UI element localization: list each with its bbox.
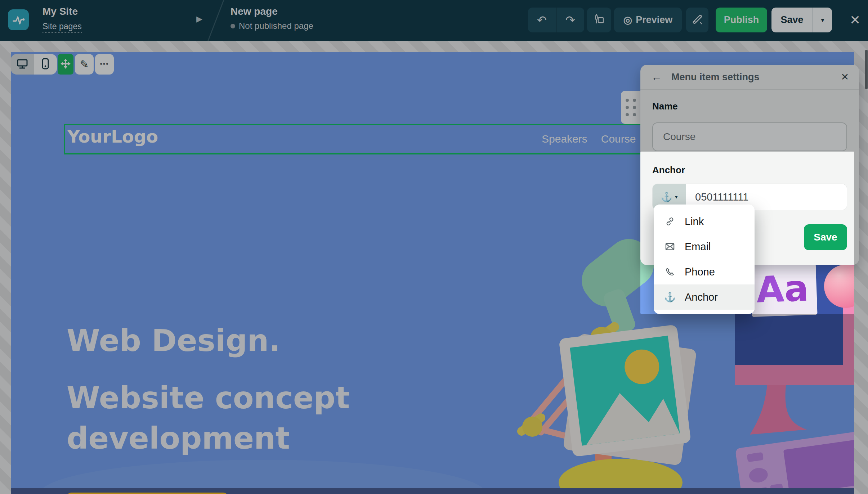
desktop-icon xyxy=(16,58,28,71)
editor-topbar: My Site Site pages ▶ New page Not publis… xyxy=(0,0,868,41)
move-icon xyxy=(60,58,71,71)
link-type-dropdown: Link Email Phone ⚓ Anchor xyxy=(654,205,755,314)
page-status: Not published page xyxy=(231,21,313,31)
scrollbar-thumb[interactable] xyxy=(865,50,868,89)
undo-button[interactable]: ↶ xyxy=(528,8,556,32)
dropdown-item-label: Email xyxy=(685,241,711,253)
site-pages-link[interactable]: Site pages xyxy=(42,22,82,33)
site-name: My Site xyxy=(42,6,78,17)
page-title: New page xyxy=(231,6,278,17)
panel-title: Menu item settings xyxy=(671,72,760,83)
email-icon xyxy=(665,242,675,252)
mobile-view-button[interactable] xyxy=(34,54,57,75)
site-logo-text: YourLogo xyxy=(67,126,158,147)
panel-save-button[interactable]: Save xyxy=(804,224,847,250)
preview-button[interactable]: ◎ Preview xyxy=(614,8,682,32)
link-icon xyxy=(665,216,675,226)
svg-text:Aa: Aa xyxy=(756,267,809,311)
back-arrow-icon[interactable]: ← xyxy=(651,71,662,83)
app-logo[interactable] xyxy=(8,9,29,30)
hero-subtitle: Website concept development xyxy=(67,378,391,458)
dropdown-item-label: Phone xyxy=(685,266,715,278)
aa-card: Aa xyxy=(750,260,817,317)
copy-style-button[interactable] xyxy=(587,8,611,32)
breadcrumb-chevron-icon: ▶ xyxy=(196,14,202,24)
ellipsis-icon: ••• xyxy=(100,60,109,68)
device-toggle[interactable] xyxy=(11,54,57,75)
panel-header: ← Menu item settings ✕ xyxy=(640,65,859,89)
save-split-button: Save ▾ xyxy=(771,8,832,32)
panel-close-icon[interactable]: ✕ xyxy=(841,71,849,83)
status-dot xyxy=(231,24,235,28)
preview-icon: ◎ xyxy=(623,14,632,26)
dropdown-item-phone[interactable]: Phone xyxy=(654,259,755,284)
more-options-button[interactable]: ••• xyxy=(95,54,114,75)
brush-copy-icon xyxy=(593,13,605,27)
editor-screen: Aa YourLogo Speakers Course Program xyxy=(0,0,868,494)
chevron-down-icon: ▾ xyxy=(675,194,678,200)
anchor-icon: ⚓ xyxy=(661,192,672,203)
pencil-icon: ✎ xyxy=(80,58,89,71)
photo-stack xyxy=(559,324,697,466)
design-tools-button[interactable] xyxy=(686,8,708,32)
name-label: Name xyxy=(652,101,678,112)
pulse-icon xyxy=(10,12,26,28)
mobile-icon xyxy=(41,58,49,71)
redo-button[interactable]: ↷ xyxy=(556,8,584,32)
edit-widget-button[interactable]: ✎ xyxy=(75,54,94,75)
dropdown-item-link[interactable]: Link xyxy=(654,209,755,234)
phone-icon xyxy=(665,267,675,277)
history-group: ↶ ↷ xyxy=(528,8,584,32)
hero-title: Web Design. xyxy=(67,323,280,358)
desktop-view-button[interactable] xyxy=(11,54,34,75)
dropdown-item-label: Link xyxy=(685,216,704,228)
topbar-divider xyxy=(207,0,224,41)
editor-close-button[interactable]: ✕ xyxy=(846,8,864,32)
dropdown-item-email[interactable]: Email xyxy=(654,234,755,259)
anchor-label: Anchor xyxy=(652,165,685,176)
save-dropdown-button[interactable]: ▾ xyxy=(813,16,832,24)
graphics-tablet xyxy=(731,430,854,494)
save-button[interactable]: Save xyxy=(771,14,813,26)
pencil-ruler-icon xyxy=(691,13,703,27)
status-text: Not published page xyxy=(239,21,313,31)
dropdown-item-anchor[interactable]: ⚓ Anchor xyxy=(654,284,755,310)
panel-divider xyxy=(640,89,859,90)
nav-item-speakers[interactable]: Speakers xyxy=(542,133,587,145)
anchor-icon: ⚓ xyxy=(665,292,675,303)
nav-item-course[interactable]: Course xyxy=(601,133,636,145)
publish-button[interactable]: Publish xyxy=(716,8,767,32)
preview-label: Preview xyxy=(636,14,672,26)
signup-cta-button[interactable]: Sign up for the course xyxy=(66,493,229,494)
drag-dots-icon xyxy=(626,99,636,116)
drag-handle[interactable] xyxy=(621,91,640,124)
move-widget-button[interactable] xyxy=(58,54,73,75)
name-input[interactable] xyxy=(652,122,847,151)
dropdown-item-label: Anchor xyxy=(685,291,718,303)
